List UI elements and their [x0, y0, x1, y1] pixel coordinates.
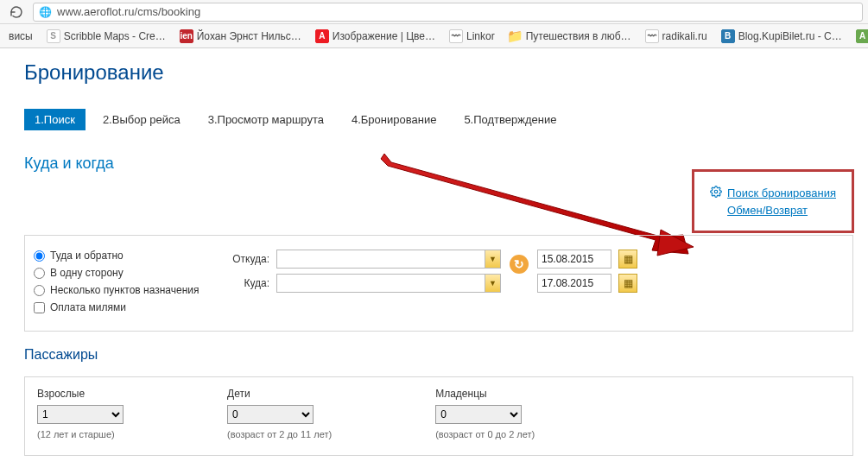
trip-oneway[interactable]: В одну сторону — [34, 267, 209, 279]
trip-type-options: Туда и обратно В одну сторону Несколько … — [32, 244, 209, 319]
bookmark-item[interactable]: BBlog.KupiBilet.ru - С… — [716, 28, 847, 45]
from-label: Откуда: — [218, 253, 269, 265]
url-text: www.aeroflot.ru/cms/booking — [57, 5, 200, 18]
favicon-icon: A — [856, 29, 868, 43]
svg-point-0 — [714, 190, 718, 193]
reload-button[interactable] — [5, 3, 28, 22]
from-dropdown[interactable]: ▼ — [276, 250, 501, 269]
bookmarks-bar: висы SScribble Maps - Cre… ienЙохан Эрнс… — [0, 24, 868, 48]
bookmark-item[interactable]: AAirline — [851, 28, 868, 45]
infants-label: Младенцы — [435, 388, 535, 400]
calendar-icon[interactable]: ▦ — [618, 274, 637, 293]
bookmark-item[interactable]: ienЙохан Эрнст Нильс… — [174, 28, 307, 45]
folder-icon: 📁 — [509, 29, 523, 43]
radio-multicity[interactable] — [34, 285, 45, 296]
page-title: Бронирование — [24, 60, 868, 85]
adults-select[interactable]: 1 — [37, 405, 124, 424]
bookmark-item[interactable]: SScribble Maps - Cre… — [41, 28, 171, 45]
step-confirm[interactable]: 5.Подтверждение — [453, 109, 567, 130]
pay-with-miles[interactable]: Оплата милями — [34, 301, 209, 313]
to-label: Куда: — [218, 277, 269, 289]
search-form: Туда и обратно В одну сторону Несколько … — [24, 235, 853, 332]
checkbox-miles[interactable] — [34, 302, 45, 313]
children-note: (возраст от 2 до 11 лет) — [227, 429, 332, 439]
step-search[interactable]: 1.Поиск — [24, 109, 86, 130]
return-date-input[interactable] — [537, 274, 611, 293]
swap-button[interactable]: ↻ — [510, 255, 529, 274]
step-select-flight[interactable]: 2.Выбор рейса — [92, 109, 191, 130]
adults-note: (12 лет и старше) — [37, 429, 124, 439]
bookmark-item[interactable]: 📁Путешествия в люб… — [504, 28, 637, 45]
children-select[interactable]: 0 — [227, 405, 314, 424]
adults-label: Взрослые — [37, 388, 124, 400]
favicon-icon: B — [721, 29, 735, 43]
favicon-icon: ien — [180, 29, 193, 43]
passengers-form: Взрослые 1 (12 лет и старше) Дети 0 (воз… — [24, 376, 853, 456]
radio-roundtrip[interactable] — [34, 250, 45, 262]
favicon-icon: 〰 — [449, 29, 463, 43]
children-label: Дети — [227, 388, 332, 400]
trip-multicity[interactable]: Несколько пунктов назначения — [34, 284, 209, 296]
section-passengers: Пассажиры — [24, 347, 868, 363]
search-booking-link[interactable]: Поиск бронирования — [727, 186, 836, 199]
favicon-icon: 〰 — [645, 29, 659, 43]
bookmark-item[interactable]: AИзображение | Цве… — [310, 28, 440, 45]
gear-icon — [710, 186, 722, 200]
calendar-icon[interactable]: ▦ — [618, 250, 637, 269]
booking-links-box: Поиск бронирования Обмен/Возврат — [692, 169, 854, 233]
infants-note: (возраст от 0 до 2 лет) — [435, 429, 535, 439]
step-booking[interactable]: 4.Бронирование — [341, 109, 447, 130]
exchange-return-link[interactable]: Обмен/Возврат — [727, 204, 808, 217]
bookmark-item[interactable]: висы — [3, 28, 38, 44]
depart-date-input[interactable] — [537, 250, 611, 269]
trip-roundtrip[interactable]: Туда и обратно — [34, 250, 209, 262]
favicon-icon: S — [47, 29, 60, 43]
bookmark-item[interactable]: 〰radikali.ru — [640, 28, 713, 45]
step-review-route[interactable]: 3.Просмотр маршрута — [198, 109, 334, 130]
infants-select[interactable]: 0 — [435, 405, 522, 424]
browser-toolbar: 🌐 www.aeroflot.ru/cms/booking — [0, 0, 868, 24]
url-bar[interactable]: 🌐 www.aeroflot.ru/cms/booking — [33, 3, 863, 22]
to-dropdown[interactable]: ▼ — [276, 274, 501, 293]
globe-icon: 🌐 — [39, 6, 52, 18]
booking-steps: 1.Поиск 2.Выбор рейса 3.Просмотр маршрут… — [24, 109, 868, 130]
chevron-down-icon: ▼ — [485, 275, 500, 292]
chevron-down-icon: ▼ — [485, 250, 500, 268]
radio-oneway[interactable] — [34, 268, 45, 279]
bookmark-item[interactable]: 〰Linkor — [444, 28, 500, 45]
favicon-icon: A — [315, 29, 329, 43]
